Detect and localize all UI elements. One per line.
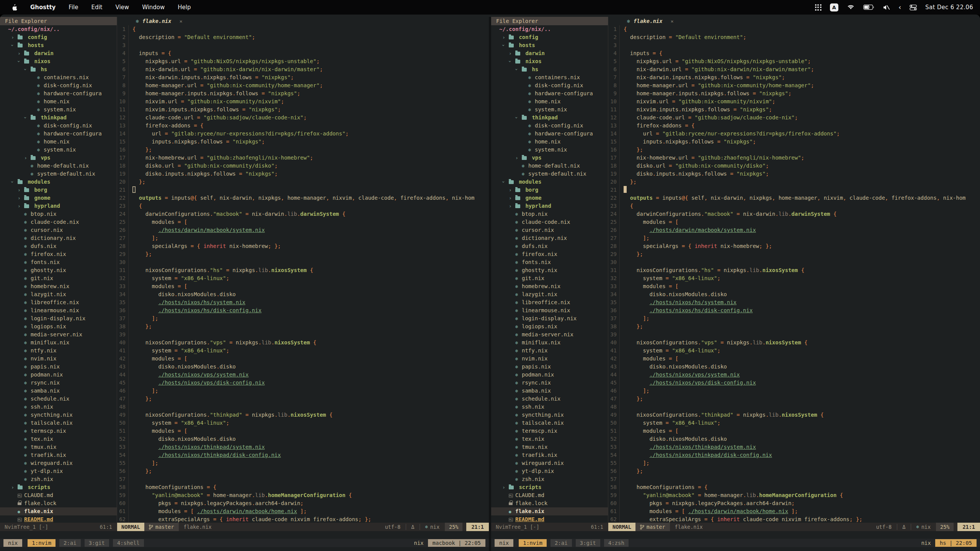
tree-item[interactable]: ❄dufs.nix [491,242,608,250]
tree-item[interactable]: › nixos [0,57,117,65]
tree-item[interactable]: › hyprland [0,202,117,210]
code-line[interactable]: 17 nix-homebrew.url = "github:zhaofengli… [117,154,489,162]
code-line[interactable]: 11 nixvim.inputs.nixpkgs.follows = "nixp… [608,106,980,114]
code-line[interactable]: 28 specialArgs = { inherit nix-homebrew;… [608,242,980,250]
code-line[interactable]: 22 outputs = inputs@{ self, nix-darwin, … [608,194,980,202]
tree-item[interactable]: ❄samba.nix [0,387,117,395]
tree-item[interactable]: › modules [0,178,117,186]
tree-item[interactable]: › darwin [491,49,608,57]
tree-item[interactable]: › hosts [0,41,117,49]
tree-item[interactable]: ❄tex.nix [0,435,117,443]
tree-item[interactable]: ❄wireguard.nix [491,459,608,467]
code-line[interactable]: 46 ]; [608,387,980,395]
tree-item[interactable]: ❄schedule.nix [491,395,608,403]
code-line[interactable]: 31 nixosConfigurations."hs" = nixpkgs.li… [608,266,980,274]
code-editor[interactable]: 1{2 description = "Default environment";… [608,25,980,523]
tree-item[interactable]: ❄system.nix [0,146,117,154]
code-line[interactable]: 42 modules = [ [608,355,980,363]
tree-root[interactable]: ~/.config/nix/.. [0,25,117,33]
code-line[interactable]: 32 system = "x86_64-linux"; [608,274,980,282]
tree-item[interactable]: ❄home-default.nix [491,162,608,170]
tmux-window-zsh[interactable]: 4:zsh [604,539,629,547]
code-line[interactable]: 2 description = "Default environment"; [117,33,489,41]
code-line[interactable]: 44 ./hosts/nixos/vps/system.nix [117,371,489,379]
code-line[interactable]: 58 homeConfigurations = { [117,483,489,491]
tree-item[interactable]: ❄system.nix [491,146,608,154]
tree-item[interactable]: ❄rsync.nix [0,379,117,387]
code-line[interactable]: 33 modules = [ [117,282,489,290]
file-tree[interactable]: ~/.config/nix/..› config› hosts› darwin›… [491,25,608,523]
tree-item[interactable]: ❄cursor.nix [491,226,608,234]
code-line[interactable]: 4 inputs = { [608,49,980,57]
code-line[interactable]: 57 [117,475,489,483]
code-line[interactable]: 5 nixpkgs.url = "github:NixOS/nixpkgs/ni… [608,57,980,65]
code-line[interactable]: 50 system = "x86_64-linux"; [608,419,980,427]
code-line[interactable]: 17 nix-homebrew.url = "github:zhaofengli… [608,154,980,162]
code-line[interactable]: 29 }; [117,250,489,258]
tree-item[interactable]: ❄traefik.nix [0,451,117,459]
tree-item[interactable]: › gnome [0,194,117,202]
tmux-window-git[interactable]: 3:git [85,539,109,547]
code-line[interactable]: 55 ]; [117,459,489,467]
tree-item[interactable]: ❄samba.nix [491,387,608,395]
tree-item[interactable]: ❄disk-config.nix [491,82,608,90]
menu-item-window[interactable]: Window [142,4,165,11]
tree-item[interactable]: ❄hardware-configura [0,130,117,138]
code-line[interactable]: 21 [117,186,489,194]
code-line[interactable]: 15 inputs.nixpkgs.follows = "nixpkgs"; [117,138,489,146]
tree-item[interactable]: › modules [491,178,608,186]
tree-item[interactable]: ●flake.nix [0,507,117,515]
code-line[interactable]: 39 [117,331,489,339]
code-line[interactable]: 1{ [117,25,489,33]
tree-item[interactable]: M↓README.md [0,515,117,523]
code-line[interactable]: 14 url = "gitlab:rycee/nur-expressions?d… [608,130,980,138]
tree-item[interactable]: ❄home-default.nix [0,162,117,170]
tree-item[interactable]: ❄zsh.nix [491,475,608,483]
code-line[interactable]: 27 ]; [117,234,489,242]
tree-item[interactable]: ❄tailscale.nix [0,419,117,427]
code-line[interactable]: 3 [117,41,489,49]
code-line[interactable]: 38 }; [117,323,489,331]
code-line[interactable]: 49 nixosConfigurations."thinkpad" = nixp… [117,411,489,419]
tmux-window-ai[interactable]: 2:ai [59,539,81,547]
code-line[interactable]: 21 [608,186,980,194]
code-line[interactable]: 47 }; [608,395,980,403]
menu-item-help[interactable]: Help [178,4,191,11]
battery-charging-icon[interactable] [863,5,874,10]
tree-item[interactable]: ❄system.nix [491,106,608,114]
tree-item[interactable]: › hosts [491,41,608,49]
menu-item-file[interactable]: File [69,4,78,11]
code-line[interactable]: 54 ./hosts/nixos/thinkpad/disk-config.ni… [117,451,489,459]
code-line[interactable]: 35 ./hosts/nixos/hs/system.nix [117,298,489,306]
tree-item[interactable]: ❄cursor.nix [0,226,117,234]
tree-item[interactable]: › nixos [491,57,608,65]
code-line[interactable]: 26 ./hosts/darwin/macbook/system.nix [608,226,980,234]
code-line[interactable]: 1{ [608,25,980,33]
tree-item[interactable]: ❄media-server.nix [491,331,608,339]
tree-item[interactable]: ❄libreoffice.nix [491,298,608,306]
code-line[interactable]: 52 disko.nixosModules.disko [608,435,980,443]
code-line[interactable]: 18 disko.url = "github:nix-community/dis… [608,162,980,170]
code-line[interactable]: 16 }; [608,146,980,154]
tree-item[interactable]: ❄syncthing.nix [0,411,117,419]
code-line[interactable]: 40 nixosConfigurations."vps" = nixpkgs.l… [117,339,489,347]
tree-item[interactable]: › gnome [491,194,608,202]
code-line[interactable]: 6 nix-darwin.url = "github:nix-darwin/ni… [608,65,980,73]
code-line[interactable]: 48 [608,403,980,411]
tree-item[interactable]: ❄miniflux.nix [491,339,608,347]
tree-item[interactable]: ❄nvim.nix [491,355,608,363]
tree-item[interactable]: ❄containers.nix [0,73,117,82]
code-line[interactable]: 3 [608,41,980,49]
tree-item[interactable]: ❄tmux.nix [491,443,608,451]
tree-item[interactable]: ❄miniflux.nix [0,339,117,347]
tree-item[interactable]: ❄ghostty.nix [0,266,117,274]
tree-item[interactable]: ❄ssh.nix [491,403,608,411]
tmux-window-git[interactable]: 3:git [576,539,600,547]
tree-item[interactable]: ❄ssh.nix [0,403,117,411]
code-line[interactable]: 61 modules = [ ./hosts/darwin/macbook/ho… [608,507,980,515]
tmux-session-name[interactable]: nix [495,539,513,547]
tree-item[interactable]: ❄termscp.nix [0,427,117,435]
tree-item[interactable]: ❄ntfy.nix [0,347,117,355]
apple-menu-icon[interactable] [11,4,17,11]
code-line[interactable]: 45 ./hosts/nixos/vps/disk-config.nix [117,379,489,387]
